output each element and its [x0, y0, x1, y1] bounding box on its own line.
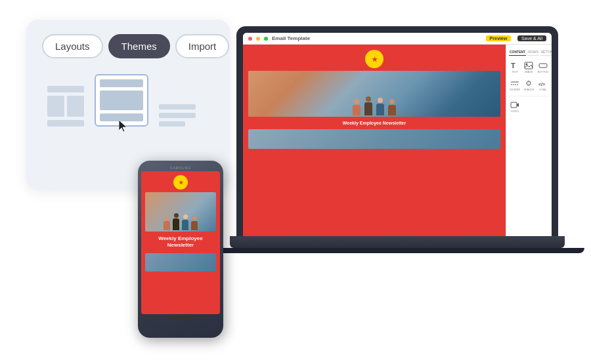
image-icon [523, 62, 534, 70]
layout-grid [42, 74, 214, 127]
people-overlay [248, 71, 500, 117]
laptop-screen-inner: Email Template Preview Save & All ★ [243, 33, 552, 236]
spacer-icon [523, 79, 534, 87]
text-icon: T [510, 62, 520, 70]
person-3 [376, 98, 384, 115]
tool-image-label: IMAGE [525, 70, 533, 73]
tool-button[interactable]: BUTTON [537, 60, 549, 75]
tool-html-label: HTML [539, 88, 546, 91]
person-head [354, 99, 359, 104]
sidebar-tab-settings[interactable]: SETTINGS [540, 49, 552, 56]
tool-video[interactable]: VIDEO [509, 99, 521, 115]
person-head [174, 213, 179, 218]
email-app-header: Email Template Preview Save & All [243, 33, 552, 45]
tool-spacer[interactable]: SPACER [523, 77, 535, 93]
laptop-screen-outer: Email Template Preview Save & All ★ [236, 26, 558, 236]
phone-people [145, 192, 216, 232]
tool-video-label: VIDEO [511, 110, 519, 113]
tool-button-label: BUTTON [538, 70, 548, 73]
template-secondary-image [248, 129, 500, 149]
person-1 [164, 216, 170, 230]
person-4 [191, 216, 198, 230]
template-hero-image [248, 71, 500, 117]
person-2 [173, 213, 179, 230]
phone-logo-icon: ★ [179, 180, 183, 186]
sidebar-tabs: CONTENT ROWS SETTINGS [509, 49, 549, 56]
person-head [378, 98, 383, 103]
layout-row [47, 96, 84, 117]
svg-text:</>: </> [538, 82, 545, 87]
template-logo: ★ [365, 50, 383, 68]
person-head [192, 216, 197, 220]
preview-badge[interactable]: Preview [486, 35, 511, 41]
person-head [389, 99, 395, 104]
tool-divider[interactable]: DIVIDER [509, 77, 521, 93]
person-body [353, 105, 361, 115]
phone-logo: ★ [173, 175, 188, 190]
person-2 [364, 96, 372, 115]
svg-point-2 [526, 64, 528, 66]
laptop: Email Template Preview Save & All ★ [236, 26, 578, 289]
tab-layouts[interactable]: Layouts [42, 34, 103, 58]
button-icon [538, 62, 548, 70]
window-maximize [264, 37, 268, 41]
video-icon [510, 101, 520, 109]
person-head [183, 214, 188, 219]
app-title: Email Template [272, 35, 310, 41]
sidebar-tab-rows[interactable]: ROWS [527, 49, 539, 56]
tabs-row: Layouts Themes Import [42, 34, 214, 58]
layout-col [47, 96, 64, 117]
laptop-base [230, 236, 565, 248]
phone-outer: SAMSUNG ★ [138, 161, 223, 338]
divider-icon [510, 79, 520, 87]
email-content-area: ★ [243, 45, 552, 236]
layout-block [47, 120, 84, 127]
person-body [388, 105, 396, 115]
svg-text:T: T [511, 62, 515, 70]
svg-rect-3 [539, 64, 547, 68]
tool-text[interactable]: T TEXT [509, 60, 521, 75]
tool-html[interactable]: </> HTML [537, 77, 549, 93]
person-3 [182, 214, 188, 230]
layout-block [159, 121, 185, 127]
layout-block [100, 91, 143, 110]
window-minimize [256, 37, 260, 41]
tool-spacer-label: SPACER [523, 88, 534, 91]
email-app: Email Template Preview Save & All ★ [243, 33, 552, 236]
tab-themes[interactable]: Themes [108, 34, 170, 58]
layout-block [100, 79, 143, 87]
phone-hero-image [145, 192, 216, 232]
phone: SAMSUNG ★ [138, 161, 223, 344]
layout-single-col[interactable] [95, 74, 148, 127]
phone-newsletter-title: Weekly EmployeeNewsletter [156, 234, 205, 251]
phone-screen: ★ [141, 171, 220, 314]
tool-image[interactable]: IMAGE [523, 60, 535, 75]
tab-import[interactable]: Import [175, 34, 230, 58]
layout-block [159, 113, 196, 118]
layout-block [159, 104, 196, 110]
email-template-preview: ★ [243, 45, 506, 236]
person-body [182, 220, 188, 230]
person-4 [388, 99, 396, 115]
person-body [364, 102, 372, 115]
scene: Layouts Themes Import [0, 0, 591, 364]
layout-block [47, 86, 84, 92]
layout-text[interactable] [159, 104, 196, 127]
logo-icon: ★ [372, 56, 378, 63]
layout-two-col[interactable] [47, 86, 84, 127]
email-canvas: ★ [243, 45, 506, 236]
phone-secondary-image [145, 253, 216, 272]
sidebar-divider [509, 96, 549, 96]
person-1 [353, 99, 361, 115]
html-icon: </> [538, 79, 548, 87]
email-sidebar: CONTENT ROWS SETTINGS T TEXT [506, 45, 552, 236]
person-head [366, 96, 371, 102]
person-body [164, 221, 170, 230]
svg-rect-9 [511, 102, 517, 108]
cursor-icon [119, 120, 129, 136]
layout-col [67, 96, 84, 117]
save-badge[interactable]: Save & All [517, 35, 546, 41]
sidebar-tab-content[interactable]: CONTENT [509, 49, 526, 56]
phone-brand: SAMSUNG [141, 166, 220, 170]
tool-divider-label: DIVIDER [510, 88, 520, 91]
